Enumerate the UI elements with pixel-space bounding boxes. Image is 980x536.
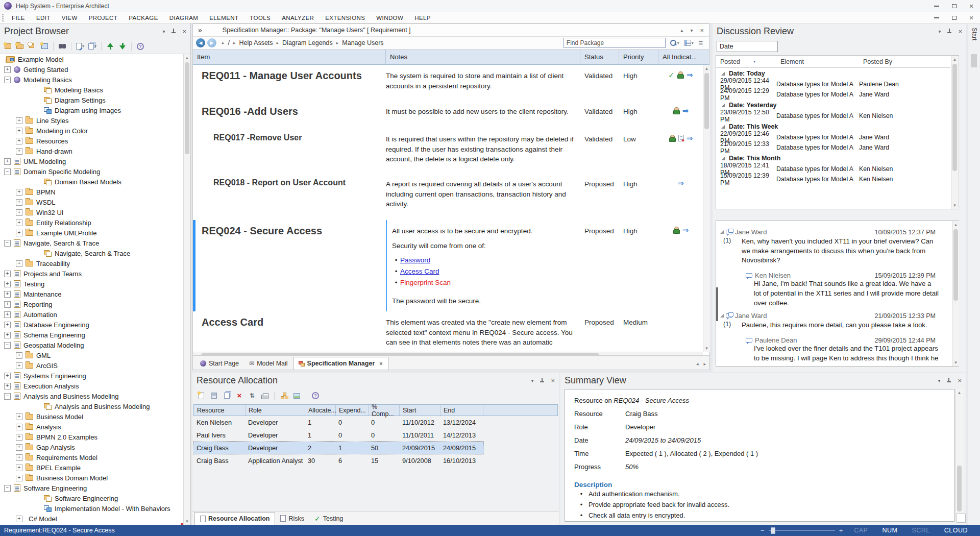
column-header-status[interactable]: Status (580, 50, 619, 64)
tree-item[interactable]: +Maintenance (0, 289, 183, 299)
expand-icon[interactable]: + (16, 199, 22, 206)
tab-right-icon[interactable]: ▸ (703, 361, 706, 367)
tree-item[interactable]: Analysis and Business Modeling (0, 401, 183, 411)
save-button[interactable] (209, 391, 218, 400)
tree-item[interactable]: −Analysis and Business Modeling (0, 391, 183, 401)
tree-item[interactable]: +Traceability (0, 258, 183, 269)
group-collapse-icon[interactable] (721, 104, 725, 107)
tree-item[interactable]: +Hand-drawn (0, 146, 183, 156)
tree-item[interactable]: Diagram using Images (0, 105, 183, 115)
tree-item[interactable]: +Win32 UI (0, 207, 183, 217)
mdi-minimize-button[interactable] (928, 13, 945, 22)
expand-icon[interactable]: + (16, 117, 22, 124)
move-up-button[interactable] (106, 42, 115, 51)
tree-item[interactable]: −Geospatial Modeling (0, 340, 183, 350)
spec-row[interactable]: REQ016 -Add UsersIt must be possible to … (193, 101, 703, 128)
tree-item[interactable]: −Software Engineering (0, 483, 183, 493)
menu-file[interactable]: FILE (6, 12, 31, 23)
zoom-out-button[interactable]: − (756, 527, 769, 534)
hamburger-menu-icon[interactable]: ≡ (699, 39, 703, 47)
discussion-row[interactable]: 24/09/2015 12:29 PMDatabase types for Mo… (716, 89, 950, 100)
expand-icon[interactable]: + (16, 260, 22, 267)
discussion-filter-input[interactable]: Date (717, 41, 778, 52)
summary-scrollbar[interactable]: ▲ ▼ (955, 389, 963, 522)
tree-item[interactable]: +BPEL Example (0, 462, 183, 473)
tree-item[interactable]: +Gap Analysis (0, 442, 183, 452)
zoom-slider[interactable] (769, 530, 835, 531)
tree-item[interactable]: Domain Based Models (0, 177, 183, 187)
panel-close-icon[interactable]: × (958, 377, 962, 384)
resource-column-2[interactable]: Allocate... (305, 405, 336, 416)
thread-header[interactable]: Jane Ward10/09/2015 12:37 PM (719, 228, 949, 236)
menu-help[interactable]: HELP (409, 12, 436, 23)
menu-extensions[interactable]: EXTENSIONS (320, 12, 371, 23)
tab-testing[interactable]: ✓Testing (309, 512, 348, 525)
help-button[interactable]: ? (136, 42, 145, 51)
new-item-button[interactable] (197, 391, 206, 400)
mdi-close-button[interactable]: × (963, 13, 980, 22)
minimize-button[interactable] (928, 1, 945, 11)
column-header-element[interactable]: Element (776, 58, 859, 65)
expand-icon[interactable]: + (4, 66, 11, 73)
status-toggle-cap[interactable]: CAP (847, 527, 875, 534)
spec-row[interactable]: Access CardThis element was created via … (193, 311, 703, 352)
pin-icon[interactable] (947, 29, 952, 34)
delete-button[interactable]: × (235, 391, 244, 400)
caption-up-icon[interactable]: ▴ (680, 28, 683, 33)
side-strip-thumb[interactable] (971, 54, 977, 67)
tree-item[interactable]: +Business Domain Model (0, 473, 183, 483)
project-tree-scrollbar[interactable]: ▲ ▼ (183, 54, 190, 525)
tree-item[interactable]: Diagram Settings (0, 95, 183, 105)
expand-icon[interactable]: + (4, 291, 11, 298)
expand-icon[interactable]: + (4, 383, 11, 389)
tree-item[interactable]: +BPMN (0, 187, 183, 197)
spec-row[interactable]: REQ024 - Secure AccessAll user access is… (193, 220, 703, 311)
expand-icon[interactable]: + (4, 301, 11, 308)
panel-close-icon[interactable]: × (958, 28, 962, 35)
move-down-button[interactable] (118, 42, 127, 51)
column-header-priority[interactable]: Priority (619, 50, 658, 64)
menu-diagram[interactable]: DIAGRAM (164, 12, 204, 23)
tree-item[interactable]: −Domain Specific Modeling (0, 166, 183, 177)
column-layout-icon[interactable] (684, 40, 691, 46)
tree-item[interactable]: +BPMN 2.0 Examples (0, 432, 183, 442)
expand-icon[interactable]: + (16, 352, 22, 359)
tree-item[interactable]: +Projects and Teams (0, 269, 183, 279)
expand-icon[interactable]: + (16, 475, 22, 481)
close-button[interactable]: × (963, 1, 980, 11)
menu-window[interactable]: WINDOW (371, 12, 409, 23)
copy-button[interactable]: ▾ (88, 42, 97, 51)
collapse-icon[interactable]: − (4, 77, 11, 83)
tree-item[interactable]: +Entity Relationship (0, 217, 183, 228)
tree-item[interactable]: Example Model (0, 54, 183, 64)
spec-row[interactable]: REQ017 -Remove UserIt is required that u… (193, 128, 703, 173)
resource-row[interactable]: Ken NielsenDeveloper10011/10/201213/12/2… (193, 416, 558, 429)
expand-icon[interactable]: + (16, 444, 22, 451)
tree-item[interactable]: +Testing (0, 279, 183, 289)
edit-note-button[interactable]: ▾ (76, 42, 85, 51)
expand-icon[interactable]: + (4, 373, 11, 379)
tree-item[interactable]: +Analysis (0, 422, 183, 432)
resource-column-5[interactable]: Start (400, 405, 440, 416)
find-package-input[interactable]: Find Package (564, 38, 666, 48)
tree-item[interactable]: +Example UMLProfile (0, 228, 183, 238)
new-package-button[interactable] (3, 42, 12, 51)
thread-header[interactable]: Jane Ward21/09/2015 12:33 PM (719, 312, 949, 320)
expand-icon[interactable]: + (4, 281, 11, 287)
discussion-row[interactable]: 15/09/2015 12:39 PMDatabase types for Mo… (716, 174, 950, 184)
help-button[interactable]: ? (311, 391, 320, 400)
tree-item[interactable]: +Modeling in Color (0, 126, 183, 136)
expand-icon[interactable]: + (16, 516, 22, 522)
expand-icon[interactable]: + (16, 189, 22, 196)
expand-icon[interactable]: + (16, 465, 22, 471)
expand-icon[interactable]: + (16, 148, 22, 155)
expand-icon[interactable]: + (16, 220, 22, 226)
menu-edit[interactable]: EDIT (31, 12, 56, 23)
tab-resource-allocation[interactable]: Resource Allocation (194, 512, 275, 525)
note-link[interactable]: Access Card (400, 266, 439, 277)
tree-item[interactable]: +Execution Analysis (0, 381, 183, 391)
caption-menu-icon[interactable]: ▾ (690, 28, 693, 33)
expand-icon[interactable]: + (16, 230, 22, 236)
tree-item[interactable]: +Schema Engineering (0, 330, 183, 340)
tree-item[interactable]: Modeling Basics (0, 85, 183, 95)
